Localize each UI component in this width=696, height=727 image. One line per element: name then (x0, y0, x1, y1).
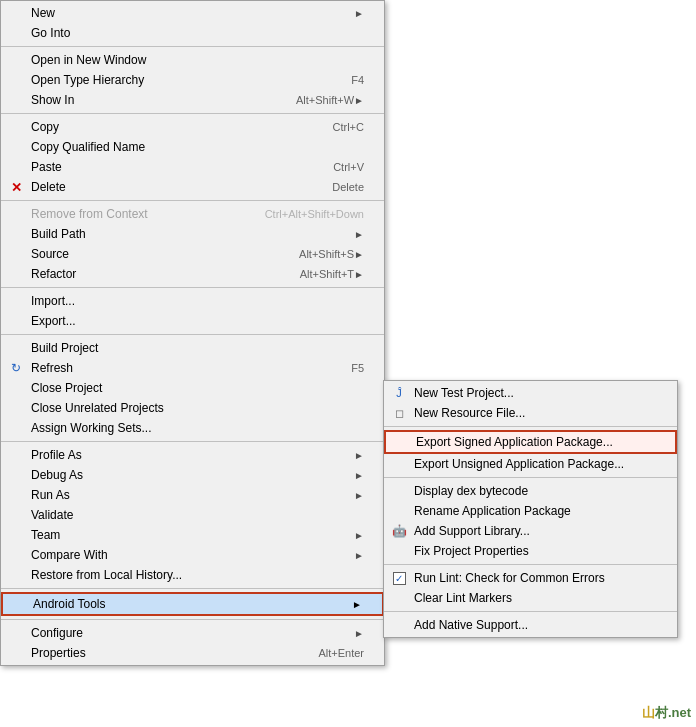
submenu-item-display-dex[interactable]: Display dex bytecode (384, 481, 677, 501)
submenu-arrow-refactor: ► (354, 269, 364, 280)
submenu-item-fix-project[interactable]: Fix Project Properties (384, 541, 677, 561)
separator-3 (1, 200, 384, 201)
submenu-arrow-new: ► (354, 8, 364, 19)
menu-item-paste[interactable]: Paste Ctrl+V (1, 157, 384, 177)
delete-icon: ✕ (7, 178, 25, 196)
separator-2 (1, 113, 384, 114)
menu-item-open-type-hierarchy[interactable]: Open Type Hierarchy F4 (1, 70, 384, 90)
submenu-arrow-debug-as: ► (354, 470, 364, 481)
submenu-item-export-unsigned[interactable]: Export Unsigned Application Package... (384, 454, 677, 474)
separator-7 (1, 588, 384, 589)
submenu-arrow-compare-with: ► (354, 550, 364, 561)
separator-1 (1, 46, 384, 47)
context-menu: New ► Go Into Open in New Window Open Ty… (0, 0, 385, 666)
menu-item-new[interactable]: New ► (1, 3, 384, 23)
separator-5 (1, 334, 384, 335)
submenu-item-new-resource-file[interactable]: ◻ New Resource File... (384, 403, 677, 423)
submenu-item-add-native[interactable]: Add Native Support... (384, 615, 677, 635)
watermark-village: 村.net (655, 705, 691, 720)
test-project-icon: Ĵ (390, 384, 408, 402)
submenu-arrow-build-path: ► (354, 229, 364, 240)
watermark: 山村.net (642, 704, 691, 722)
checkbox-checked-icon (390, 569, 408, 587)
submenu-item-new-test-project[interactable]: Ĵ New Test Project... (384, 383, 677, 403)
menu-item-go-into[interactable]: Go Into (1, 23, 384, 43)
submenu-arrow-android-tools: ► (352, 599, 362, 610)
menu-item-export[interactable]: Export... (1, 311, 384, 331)
menu-item-show-in[interactable]: Show In Alt+Shift+W ► (1, 90, 384, 110)
submenu-arrow-source: ► (354, 249, 364, 260)
submenu-item-export-signed[interactable]: Export Signed Application Package... (384, 430, 677, 454)
menu-item-open-new-window[interactable]: Open in New Window (1, 50, 384, 70)
menu-item-copy[interactable]: Copy Ctrl+C (1, 117, 384, 137)
menu-item-refresh[interactable]: ↻ Refresh F5 (1, 358, 384, 378)
submenu-arrow-show-in: ► (354, 95, 364, 106)
menu-item-android-tools[interactable]: Android Tools ► (1, 592, 384, 616)
menu-item-team[interactable]: Team ► (1, 525, 384, 545)
menu-item-configure[interactable]: Configure ► (1, 623, 384, 643)
submenu-separator-2 (384, 477, 677, 478)
submenu-item-rename-package[interactable]: Rename Application Package (384, 501, 677, 521)
submenu-separator-1 (384, 426, 677, 427)
menu-item-refactor[interactable]: Refactor Alt+Shift+T ► (1, 264, 384, 284)
menu-item-profile-as[interactable]: Profile As ► (1, 445, 384, 465)
separator-8 (1, 619, 384, 620)
watermark-cn: 山 (642, 705, 655, 720)
android-icon: 🤖 (390, 522, 408, 540)
menu-item-build-path[interactable]: Build Path ► (1, 224, 384, 244)
submenu-arrow-run-as: ► (354, 490, 364, 501)
menu-item-assign-working-sets[interactable]: Assign Working Sets... (1, 418, 384, 438)
menu-item-debug-as[interactable]: Debug As ► (1, 465, 384, 485)
menu-item-run-as[interactable]: Run As ► (1, 485, 384, 505)
menu-item-source[interactable]: Source Alt+Shift+S ► (1, 244, 384, 264)
submenu-separator-4 (384, 611, 677, 612)
menu-item-delete[interactable]: ✕ Delete Delete (1, 177, 384, 197)
separator-6 (1, 441, 384, 442)
menu-item-build-project[interactable]: Build Project (1, 338, 384, 358)
menu-item-properties[interactable]: Properties Alt+Enter (1, 643, 384, 663)
refresh-icon: ↻ (7, 359, 25, 377)
submenu-separator-3 (384, 564, 677, 565)
menu-item-compare-with[interactable]: Compare With ► (1, 545, 384, 565)
submenu-item-add-support-library[interactable]: 🤖 Add Support Library... (384, 521, 677, 541)
submenu-item-clear-lint[interactable]: Clear Lint Markers (384, 588, 677, 608)
menu-item-close-project[interactable]: Close Project (1, 378, 384, 398)
resource-file-icon: ◻ (390, 404, 408, 422)
menu-item-close-unrelated[interactable]: Close Unrelated Projects (1, 398, 384, 418)
submenu-arrow-configure: ► (354, 628, 364, 639)
menu-item-remove-context[interactable]: Remove from Context Ctrl+Alt+Shift+Down (1, 204, 384, 224)
separator-4 (1, 287, 384, 288)
menu-item-import[interactable]: Import... (1, 291, 384, 311)
menu-item-copy-qualified-name[interactable]: Copy Qualified Name (1, 137, 384, 157)
menu-item-restore-history[interactable]: Restore from Local History... (1, 565, 384, 585)
android-tools-submenu: Ĵ New Test Project... ◻ New Resource Fil… (383, 380, 678, 638)
submenu-arrow-team: ► (354, 530, 364, 541)
menu-item-validate[interactable]: Validate (1, 505, 384, 525)
submenu-arrow-profile-as: ► (354, 450, 364, 461)
submenu-item-run-lint[interactable]: Run Lint: Check for Common Errors (384, 568, 677, 588)
